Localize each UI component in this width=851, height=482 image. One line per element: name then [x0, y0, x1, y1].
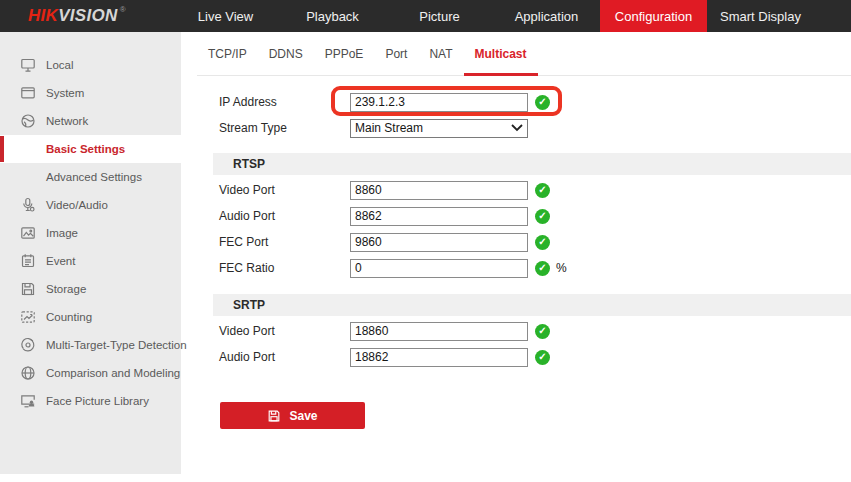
sidebar-item-label: Multi-Target-Type Detection: [46, 339, 187, 351]
stream-type-row: Stream Type Main Stream: [181, 115, 851, 141]
srtp-audio-port-label: Audio Port: [219, 350, 350, 364]
target-swirl-icon: [19, 337, 36, 354]
valid-check-icon: [535, 95, 550, 110]
sidebar-item-label: Advanced Settings: [46, 171, 142, 183]
rtsp-audio-port-label: Audio Port: [219, 209, 350, 223]
rtsp-section-title: RTSP: [233, 157, 265, 171]
srtp-video-port-row: Video Port 18860: [181, 318, 851, 344]
stream-type-label: Stream Type: [219, 121, 350, 135]
sidebar-item-image[interactable]: Image: [0, 219, 181, 247]
sidebar-item-label: Video/Audio: [46, 199, 108, 211]
sidebar-item-comparison-and-modeling[interactable]: Comparison and Modeling: [0, 359, 181, 387]
stream-type-select[interactable]: Main Stream: [350, 119, 528, 138]
hikvision-logo: HIKVISION®: [28, 0, 126, 32]
nav-picture[interactable]: Picture: [386, 0, 493, 32]
window-icon: [19, 85, 36, 102]
logo-vision: VISION: [58, 6, 117, 26]
monitor-icon: [19, 57, 36, 74]
sidebar-item-video-audio[interactable]: Video/Audio: [0, 191, 181, 219]
sidebar-item-network[interactable]: Network: [0, 107, 181, 135]
sidebar-item-event[interactable]: Event: [0, 247, 181, 275]
ip-address-label: IP Address: [219, 95, 350, 109]
logo-registered-mark: ®: [120, 5, 126, 14]
top-bar: HIKVISION® Live View Playback Picture Ap…: [0, 0, 851, 32]
sphere-icon: [19, 365, 36, 382]
rtsp-section-header: RTSP: [213, 153, 851, 175]
fec-ratio-label: FEC Ratio: [219, 261, 350, 275]
rtsp-audio-port-row: Audio Port 8862: [181, 203, 851, 229]
fec-ratio-input[interactable]: 0: [350, 259, 528, 278]
sidebar-item-local[interactable]: Local: [0, 51, 181, 79]
sidebar-item-label: Face Picture Library: [46, 395, 149, 407]
sidebar-item-label: Image: [46, 227, 78, 239]
sidebar-item-system[interactable]: System: [0, 79, 181, 107]
globe-icon: [19, 113, 36, 130]
valid-check-icon: [535, 261, 550, 276]
sidebar-item-label: Network: [46, 115, 88, 127]
multicast-form: IP Address 239.1.2.3 Stream Type Main St…: [181, 76, 851, 429]
valid-check-icon: [535, 350, 550, 365]
sidebar: Local System Network Basic Settings Adva…: [0, 32, 181, 474]
valid-check-icon: [535, 209, 550, 224]
stream-type-value: Main Stream: [355, 121, 423, 135]
save-button[interactable]: Save: [220, 402, 365, 429]
calendar-icon: [19, 253, 36, 270]
srtp-audio-port-input[interactable]: 18862: [350, 348, 528, 367]
top-navigation: Live View Playback Picture Application C…: [172, 0, 814, 32]
sidebar-item-label: System: [46, 87, 84, 99]
fec-port-input[interactable]: 9860: [350, 233, 528, 252]
tab-tcpip[interactable]: TCP/IP: [197, 32, 258, 75]
nav-playback[interactable]: Playback: [279, 0, 386, 32]
valid-check-icon: [535, 324, 550, 339]
nav-configuration[interactable]: Configuration: [600, 0, 707, 32]
ip-address-row: IP Address 239.1.2.3: [181, 89, 851, 115]
rtsp-video-port-label: Video Port: [219, 183, 350, 197]
srtp-video-port-label: Video Port: [219, 324, 350, 338]
save-button-label: Save: [289, 409, 317, 423]
srtp-video-port-input[interactable]: 18860: [350, 322, 528, 341]
sidebar-item-basic-settings[interactable]: Basic Settings: [0, 135, 181, 163]
sidebar-item-label: Counting: [46, 311, 92, 323]
sidebar-item-label: Comparison and Modeling: [46, 367, 180, 379]
tab-port[interactable]: Port: [374, 32, 418, 75]
fec-port-row: FEC Port 9860: [181, 229, 851, 255]
fec-ratio-row: FEC Ratio 0 %: [181, 255, 851, 281]
nav-application[interactable]: Application: [493, 0, 600, 32]
sidebar-item-multi-target-type-detection[interactable]: Multi-Target-Type Detection: [0, 331, 181, 359]
srtp-section-header: SRTP: [213, 294, 851, 316]
rtsp-audio-port-input[interactable]: 8862: [350, 207, 528, 226]
sidebar-item-label: Basic Settings: [46, 143, 125, 155]
logo-hik: HIK: [28, 6, 58, 26]
valid-check-icon: [535, 183, 550, 198]
sidebar-item-advanced-settings[interactable]: Advanced Settings: [0, 163, 181, 191]
settings-tab-bar: TCP/IP DDNS PPPoE Port NAT Multicast: [197, 32, 851, 76]
sidebar-item-label: Storage: [46, 283, 86, 295]
rtsp-video-port-input[interactable]: 8860: [350, 181, 528, 200]
nav-smart-display[interactable]: Smart Display: [707, 0, 814, 32]
sidebar-item-counting[interactable]: Counting: [0, 303, 181, 331]
tab-nat[interactable]: NAT: [418, 32, 463, 75]
sidebar-item-label: Event: [46, 255, 75, 267]
nav-live-view[interactable]: Live View: [172, 0, 279, 32]
sidebar-item-face-picture-library[interactable]: Face Picture Library: [0, 387, 181, 415]
storage-disk-icon: [19, 281, 36, 298]
percent-suffix: %: [556, 261, 567, 275]
srtp-section-title: SRTP: [233, 298, 265, 312]
image-icon: [19, 225, 36, 242]
main-content: TCP/IP DDNS PPPoE Port NAT Multicast IP …: [181, 32, 851, 482]
sidebar-item-storage[interactable]: Storage: [0, 275, 181, 303]
valid-check-icon: [535, 235, 550, 250]
rtsp-video-port-row: Video Port 8860: [181, 177, 851, 203]
srtp-audio-port-row: Audio Port 18862: [181, 344, 851, 370]
fec-port-label: FEC Port: [219, 235, 350, 249]
tab-multicast[interactable]: Multicast: [464, 32, 538, 75]
chevron-down-icon: [511, 124, 523, 132]
tab-pppoe[interactable]: PPPoE: [314, 32, 375, 75]
tab-ddns[interactable]: DDNS: [258, 32, 314, 75]
face-library-icon: [19, 393, 36, 410]
save-icon: [267, 409, 281, 423]
microphone-icon: [19, 197, 36, 214]
ip-address-input[interactable]: 239.1.2.3: [350, 93, 528, 112]
sidebar-item-label: Local: [46, 59, 74, 71]
counting-chart-icon: [19, 309, 36, 326]
